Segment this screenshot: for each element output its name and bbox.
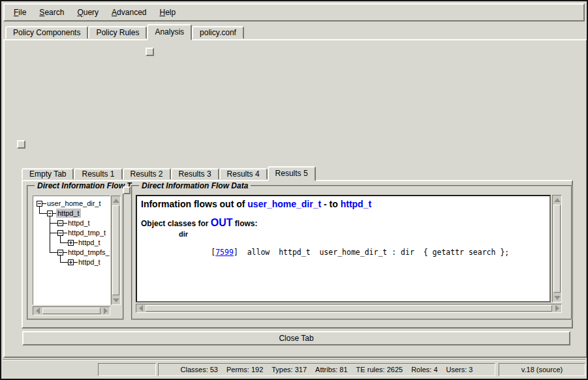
apol-window: FileSearchQueryAdvancedHelp Policy Compo… — [0, 0, 588, 380]
status-empty-panel — [98, 363, 156, 376]
status-stat: Attribs: 81 — [315, 366, 348, 373]
menu-item[interactable]: Advanced — [112, 8, 146, 17]
results-tab[interactable]: Results 3 — [171, 168, 219, 180]
status-stats-panel: Classes: 53Perms: 192Types: 317Attribs: … — [158, 363, 495, 376]
results-tab[interactable]: Empty Tab — [22, 168, 74, 180]
results-tab-label: Results 1 — [82, 169, 114, 179]
close-tab-button[interactable]: Close Tab — [22, 331, 570, 345]
sash-handle[interactable] — [123, 186, 131, 194]
main-tab[interactable]: Analysis — [147, 24, 192, 40]
status-stat: Classes: 53 — [181, 366, 218, 373]
data-scrollbar-vertical[interactable] — [552, 195, 562, 302]
flow-heading-pre: Information flows out of — [141, 199, 247, 209]
scrollbar-thumb[interactable] — [42, 308, 101, 314]
flow-data-title: Direct Information Flow Data — [139, 181, 251, 190]
sash-handle[interactable] — [17, 140, 25, 149]
scrollbar-thumb[interactable] — [112, 205, 119, 295]
scroll-down-icon[interactable] — [553, 293, 561, 302]
menu-item[interactable]: Help — [159, 8, 176, 17]
tree-node-label[interactable]: httpd_t — [77, 257, 102, 267]
tree-node-label[interactable]: user_home_dir_t — [46, 199, 102, 208]
scrollbar-thumb[interactable] — [553, 205, 561, 293]
status-stat: Roles: 4 — [411, 366, 437, 373]
scroll-down-icon[interactable] — [112, 296, 120, 304]
tree-scrollbar-horizontal[interactable] — [33, 306, 110, 315]
tree-node-label[interactable]: httpd_t — [77, 238, 102, 247]
sash-handle[interactable] — [146, 48, 154, 56]
scroll-right-icon[interactable] — [101, 307, 110, 315]
results-tab[interactable]: Results 4 — [219, 168, 268, 180]
results-tab-label: Results 3 — [179, 169, 211, 179]
scrollbar-thumb[interactable] — [146, 305, 552, 312]
flow-tree-group: Direct Information Flow T user_home_dir_… — [27, 185, 124, 320]
main-tab[interactable]: Policy Components — [5, 26, 88, 39]
tree-scrollbar-vertical[interactable] — [111, 196, 121, 305]
tree-node-label[interactable]: httpd_t — [67, 218, 91, 227]
object-classes-heading: Object classes for OUT flows: — [141, 217, 549, 229]
status-stat: TE rules: 2625 — [356, 366, 403, 373]
menubar: FileSearchQueryAdvancedHelp — [3, 3, 585, 22]
results-tab-label: Results 4 — [227, 169, 260, 179]
te-rule-line: [7599] allow httpd_t user_home_dir_t : d… — [166, 239, 549, 266]
subheading-pre: Object classes for — [141, 219, 211, 228]
status-stat: Types: 317 — [271, 366, 307, 373]
status-stat: Perms: 192 — [226, 366, 263, 373]
tree-node-label[interactable]: httpd_tmp_t — [67, 228, 107, 237]
tree-expander-minus-icon[interactable] — [47, 211, 53, 216]
status-version-panel: v.18 (source) — [499, 363, 585, 376]
flow-data-group: Direct Information Flow Data Information… — [131, 185, 572, 320]
tree-expander-plus-icon[interactable] — [68, 240, 74, 246]
tree-expander-minus-icon[interactable] — [37, 201, 42, 207]
results-tab-label: Results 5 — [275, 169, 308, 178]
main-tab[interactable]: policy.conf — [192, 26, 244, 39]
results-tab[interactable]: Results 1 — [74, 168, 122, 180]
subheading-post: flows: — [233, 219, 258, 228]
tree-expander-minus-icon[interactable] — [57, 230, 63, 236]
results-tab-label: Empty Tab — [29, 169, 66, 179]
flow-target-type: httpd_t — [341, 199, 371, 209]
close-tab-label: Close Tab — [279, 334, 313, 343]
rule-text: ] allow httpd_t user_home_dir_t : dir { … — [234, 248, 509, 257]
main-tab[interactable]: Policy Rules — [88, 26, 147, 39]
status-separator — [3, 359, 585, 360]
tab-label: Policy Rules — [96, 28, 139, 37]
scroll-up-icon[interactable] — [112, 196, 120, 205]
results-tab[interactable]: Results 2 — [123, 168, 171, 180]
tree-expander-plus-icon[interactable] — [68, 259, 74, 265]
flow-tree-canvas: user_home_dir_thttpd_thttpd_thttpd_tmp_t… — [33, 196, 110, 305]
scroll-up-icon[interactable] — [553, 196, 561, 204]
version-label: v.18 (source) — [521, 366, 563, 373]
tab-label: policy.conf — [200, 28, 236, 37]
results-tab[interactable]: Results 5 — [268, 166, 316, 181]
status-stat: Users: 3 — [446, 366, 473, 373]
data-scrollbar-horizontal[interactable] — [136, 304, 562, 313]
flow-tree-title: Direct Information Flow T — [35, 181, 134, 190]
flow-heading-mid: - to — [321, 199, 341, 209]
main-tab-bar: Policy Components Policy Rules Analysis … — [5, 24, 244, 40]
rule-number-link[interactable]: 7599 — [215, 248, 234, 257]
scroll-left-icon[interactable] — [136, 304, 145, 312]
flow-source-type: user_home_dir_t — [247, 199, 321, 209]
analysis-results-group: Analysis Results Empty Tab Results 1 Res… — [10, 153, 580, 348]
tree-node-label[interactable]: httpd_tmpfs_t — [67, 248, 110, 257]
object-class-name: dir — [179, 230, 549, 238]
scroll-left-icon[interactable] — [33, 307, 42, 315]
menu-item[interactable]: File — [14, 8, 26, 17]
menu-item[interactable]: Search — [39, 8, 64, 17]
flow-direction-label: OUT — [211, 217, 233, 228]
menu-item[interactable]: Query — [77, 8, 99, 17]
tab-label: Analysis — [155, 27, 184, 37]
flow-heading: Information flows out of user_home_dir_t… — [141, 199, 549, 209]
tree-expander-minus-icon[interactable] — [57, 220, 63, 226]
results-tab-bar: Empty Tab Results 1 Results 2 Results 3 … — [22, 166, 316, 181]
scroll-right-icon[interactable] — [553, 304, 561, 312]
results-tab-label: Results 2 — [131, 169, 163, 179]
tab-label: Policy Components — [13, 28, 80, 37]
flow-data-textarea: Information flows out of user_home_dir_t… — [136, 195, 551, 302]
tree-expander-minus-icon[interactable] — [57, 250, 63, 256]
tree-node-label[interactable]: httpd_t — [56, 209, 81, 218]
